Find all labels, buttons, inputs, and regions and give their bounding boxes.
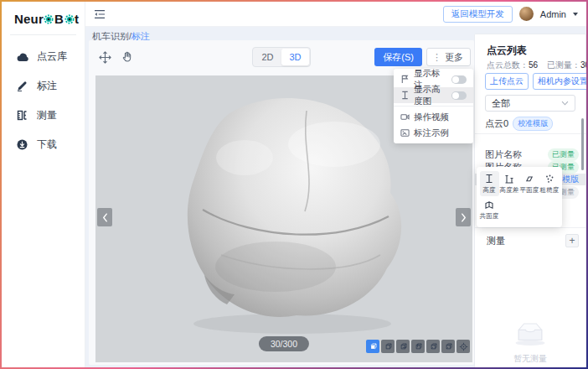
tool-label: 平面度 <box>520 185 539 194</box>
stat-value: 56 <box>529 60 538 70</box>
view-left-button[interactable] <box>411 340 425 353</box>
next-image-button[interactable] <box>456 208 471 226</box>
flatness-tool-icon <box>524 174 534 184</box>
toolbar-actions: 保存(S) ⋮更多 <box>374 48 471 66</box>
app-frame: Neur B t 点云库 标注 测量 下载 <box>0 0 588 369</box>
sidebar-item-label: 下载 <box>37 138 57 152</box>
caret-down-icon <box>573 13 578 16</box>
menu-item-show-heightmap[interactable]: 显示高度图 <box>394 87 473 103</box>
brand-text: t <box>75 12 79 26</box>
tool-height[interactable]: 高度 <box>480 171 499 196</box>
view-front-button[interactable] <box>381 340 395 353</box>
add-measure-button[interactable]: + <box>565 234 579 247</box>
image-list-item[interactable]: 图片名称 已测量 <box>475 148 585 160</box>
chevron-left-icon <box>102 213 108 222</box>
sidebar: Neur B t 点云库 标注 测量 下载 <box>2 2 85 367</box>
filter-select[interactable]: 全部 <box>485 95 575 112</box>
cube-icon <box>429 342 438 351</box>
image-name: 图片名称 <box>485 148 522 161</box>
more-button[interactable]: ⋮更多 <box>426 48 471 66</box>
cube-icon <box>384 342 393 351</box>
camera-params-button[interactable]: 相机内参设置 <box>533 73 586 90</box>
tool-coplanarity[interactable]: 共面度 <box>480 197 499 222</box>
height-map-icon <box>400 91 410 100</box>
view-cube-buttons <box>366 340 470 353</box>
pen-icon <box>17 81 29 91</box>
empty-state-text: 暂无测量 <box>475 353 585 365</box>
app-window: Neur B t 点云库 标注 测量 下载 <box>2 2 586 367</box>
flag-icon <box>400 75 410 84</box>
toggle-knob <box>452 76 459 83</box>
tool-label: 共面度 <box>480 211 499 220</box>
brand-text: Neur <box>14 12 44 26</box>
save-button[interactable]: 保存(S) <box>374 48 422 66</box>
sidebar-nav: 点云库 标注 测量 下载 <box>2 42 85 159</box>
reset-view-button[interactable] <box>456 340 470 353</box>
cube-icon <box>414 342 423 351</box>
menu-item-tutorial-video[interactable]: 操作视频 <box>394 109 473 125</box>
tool-height-diff[interactable]: 高度差 <box>500 171 519 196</box>
username[interactable]: Admin <box>540 9 566 19</box>
tool-label: 粗糙度 <box>540 185 560 194</box>
image-pager: 30/300 <box>259 336 309 351</box>
pointcloud-panel: 点云列表 点云总数：56 已测量：30 上传点云 相机内参设置 全部 点云0 校… <box>474 34 586 367</box>
stat-label: 已测量： <box>547 60 580 70</box>
menu-fold-icon[interactable] <box>94 9 106 19</box>
menu-item-annotation-example[interactable]: 标注示例 <box>394 125 473 141</box>
filter-value: 全部 <box>492 97 510 110</box>
view-back-button[interactable] <box>396 340 410 353</box>
tool-label: 高度差 <box>500 185 519 194</box>
ruler-icon <box>17 110 29 121</box>
divider <box>475 227 585 228</box>
top-header: 返回模型开发 Admin <box>85 2 586 27</box>
mode-2d-button[interactable]: 2D <box>254 49 281 65</box>
mode-3d-button[interactable]: 3D <box>281 49 309 65</box>
show-heightmap-toggle[interactable] <box>451 91 467 100</box>
height-tool-icon <box>484 174 494 184</box>
video-icon <box>400 112 410 122</box>
more-dropdown-menu: 显示标注 显示高度图 操作视频 标注示例 <box>394 69 473 143</box>
menu-item-label: 显示高度图 <box>414 84 447 107</box>
prev-image-button[interactable] <box>97 208 112 226</box>
pointcloud-name: 点云0 <box>485 117 508 130</box>
measured-tag: 已测量 <box>548 148 579 161</box>
back-to-model-dev-button[interactable]: 返回模型开发 <box>443 6 513 23</box>
gear-icon <box>44 14 54 24</box>
example-image-icon <box>400 128 410 138</box>
sidebar-item-pointcloud-library[interactable]: 点云库 <box>2 42 85 71</box>
template-tag: 校准模版 <box>513 117 553 131</box>
empty-state: 暂无测量 <box>475 320 585 365</box>
coplanarity-tool-icon <box>484 200 494 210</box>
menu-item-label: 操作视频 <box>414 112 449 123</box>
divider <box>10 34 76 35</box>
move-icon[interactable] <box>99 51 111 64</box>
view-iso-button[interactable] <box>366 340 379 353</box>
measure-tools-popup: 高度 高度差 平面度 粗糙度 共面度 <box>477 167 562 227</box>
sidebar-item-download[interactable]: 下载 <box>2 130 85 159</box>
cube-icon <box>444 342 453 351</box>
upload-pointcloud-button[interactable]: 上传点云 <box>485 73 529 90</box>
panel-stats: 点云总数：56 已测量：30 <box>487 60 580 71</box>
tool-roughness[interactable]: 粗糙度 <box>540 171 560 196</box>
crosshair-icon <box>459 342 468 351</box>
view-top-button[interactable] <box>426 340 440 353</box>
divider <box>475 133 585 134</box>
panel-title: 点云列表 <box>487 44 527 58</box>
brand-text: B <box>54 12 64 26</box>
view-bottom-button[interactable] <box>441 340 455 353</box>
tool-flatness[interactable]: 平面度 <box>520 171 539 196</box>
sidebar-item-measure[interactable]: 测量 <box>2 101 85 130</box>
measure-section-title: 测量 <box>487 235 505 247</box>
panel-actions: 上传点云 相机内参设置 <box>485 73 586 90</box>
avatar[interactable] <box>519 7 534 21</box>
sidebar-item-label: 测量 <box>37 108 57 122</box>
stat-label: 点云总数： <box>487 60 529 70</box>
show-annotation-toggle[interactable] <box>451 75 467 84</box>
list-scrollbar[interactable] <box>581 118 584 170</box>
pointcloud-item[interactable]: 点云0 校准模版 <box>485 117 579 131</box>
empty-box-icon <box>512 320 549 346</box>
hand-icon[interactable] <box>121 51 133 63</box>
sidebar-item-annotate[interactable]: 标注 <box>2 71 85 101</box>
stat-value: 30 <box>580 60 586 70</box>
tool-label: 高度 <box>482 185 495 194</box>
